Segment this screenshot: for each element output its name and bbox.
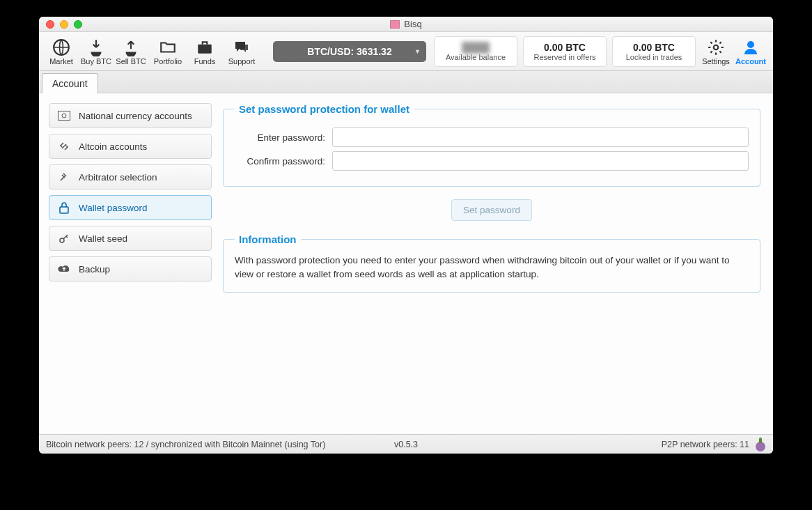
- nav-settings[interactable]: Settings: [699, 33, 733, 70]
- gavel-icon: [58, 171, 70, 183]
- account-sidebar: National currency accounts Altcoin accou…: [39, 93, 219, 434]
- sidebar-item-label: Wallet password: [79, 203, 148, 213]
- app-window: Bisq Market Buy BTC Sell BTC Portf: [39, 17, 773, 454]
- password-group-legend: Set password protection for wallet: [235, 103, 414, 115]
- balance-locked-value: 0.00 BTC: [633, 42, 675, 53]
- information-group: Information With password protection you…: [223, 233, 760, 293]
- sidebar-item-wallet-password[interactable]: Wallet password: [49, 195, 212, 220]
- nav-portfolio[interactable]: Portfolio: [149, 33, 187, 70]
- password-group: Set password protection for wallet Enter…: [223, 103, 760, 187]
- main-toolbar: Market Buy BTC Sell BTC Portfolio Funds: [39, 32, 773, 71]
- nav-market[interactable]: Market: [45, 33, 78, 70]
- balance-available: ████ Available balance: [434, 36, 517, 67]
- set-password-row: Set password: [223, 199, 760, 221]
- link-icon: [58, 140, 70, 153]
- price-value: BTC/USD: 3631.32: [307, 46, 391, 57]
- sidebar-item-label: Arbitrator selection: [79, 172, 157, 183]
- tab-account-label: Account: [52, 78, 88, 89]
- nav-buy[interactable]: Buy BTC: [79, 33, 113, 70]
- status-bar: Bitcoin network peers: 12 / synchronized…: [39, 434, 773, 454]
- nav-portfolio-label: Portfolio: [154, 57, 182, 65]
- nav-funds[interactable]: Funds: [188, 33, 221, 70]
- folder-icon: [157, 38, 178, 57]
- nav-support[interactable]: Support: [223, 33, 260, 70]
- titlebar: Bisq: [39, 17, 773, 32]
- globe-icon: [51, 38, 72, 57]
- sidebar-item-label: Altcoin accounts: [79, 141, 147, 152]
- download-cart-icon: [86, 38, 107, 57]
- price-selector[interactable]: BTC/USD: 3631.32 ▾: [273, 41, 426, 62]
- nav-sell[interactable]: Sell BTC: [114, 33, 148, 70]
- briefcase-icon: [194, 38, 215, 57]
- nav-settings-label: Settings: [702, 57, 730, 65]
- tab-account[interactable]: Account: [42, 73, 98, 93]
- sidebar-item-wallet-seed[interactable]: Wallet seed: [49, 226, 212, 251]
- person-icon: [740, 38, 761, 57]
- cloud-upload-icon: [58, 263, 70, 275]
- nav-sell-label: Sell BTC: [116, 57, 146, 65]
- set-password-button-label: Set password: [463, 205, 520, 215]
- balance-reserved-value: 0.00 BTC: [544, 42, 586, 53]
- svg-rect-6: [60, 207, 68, 213]
- balance-available-label: Available balance: [446, 53, 506, 61]
- window-title: Bisq: [404, 19, 421, 29]
- app-icon: [390, 20, 400, 29]
- balance-available-value: ████: [462, 42, 490, 53]
- lock-icon: [58, 201, 70, 214]
- enter-password-input[interactable]: [332, 128, 749, 147]
- banknote-icon: [58, 109, 70, 122]
- svg-point-2: [714, 45, 719, 49]
- tab-strip: Account: [39, 71, 773, 93]
- nav-account[interactable]: Account: [734, 33, 767, 70]
- tor-onion-icon: [755, 438, 766, 451]
- svg-point-3: [747, 41, 754, 48]
- sidebar-item-altcoin[interactable]: Altcoin accounts: [49, 134, 212, 159]
- svg-point-5: [62, 114, 66, 118]
- status-version: v0.5.3: [39, 440, 773, 449]
- enter-password-label: Enter password:: [235, 132, 332, 143]
- key-icon: [58, 232, 70, 245]
- confirm-password-label: Confirm password:: [235, 156, 332, 167]
- balance-reserved: 0.00 BTC Reserved in offers: [523, 36, 607, 67]
- nav-support-label: Support: [228, 57, 256, 65]
- balance-locked-label: Locked in trades: [626, 53, 682, 61]
- sidebar-item-backup[interactable]: Backup: [49, 256, 212, 281]
- upload-cart-icon: [120, 38, 141, 57]
- window-title-area: Bisq: [39, 19, 773, 29]
- balance-locked: 0.00 BTC Locked in trades: [612, 36, 696, 67]
- row-confirm-password: Confirm password:: [235, 151, 749, 171]
- information-legend: Information: [235, 233, 301, 245]
- chevron-down-icon: ▾: [416, 47, 419, 55]
- confirm-password-input[interactable]: [332, 151, 749, 171]
- content-area: National currency accounts Altcoin accou…: [39, 93, 773, 434]
- information-text: With password protection you need to ent…: [235, 254, 749, 281]
- svg-rect-4: [58, 111, 70, 121]
- row-enter-password: Enter password:: [235, 128, 749, 147]
- nav-market-label: Market: [49, 57, 73, 65]
- main-content: Set password protection for wallet Enter…: [219, 93, 773, 434]
- sidebar-item-label: Wallet seed: [79, 233, 127, 244]
- nav-funds-label: Funds: [194, 57, 216, 65]
- nav-account-label: Account: [735, 57, 766, 65]
- chat-icon: [231, 38, 252, 57]
- svg-rect-1: [198, 44, 212, 53]
- sidebar-item-label: National currency accounts: [79, 111, 192, 121]
- gear-icon: [705, 38, 726, 57]
- sidebar-item-national-currency[interactable]: National currency accounts: [49, 103, 212, 128]
- sidebar-item-label: Backup: [79, 264, 110, 275]
- set-password-button[interactable]: Set password: [451, 199, 532, 221]
- nav-buy-label: Buy BTC: [81, 57, 111, 65]
- balance-reserved-label: Reserved in offers: [533, 53, 595, 61]
- sidebar-item-arbitrator[interactable]: Arbitrator selection: [49, 164, 212, 190]
